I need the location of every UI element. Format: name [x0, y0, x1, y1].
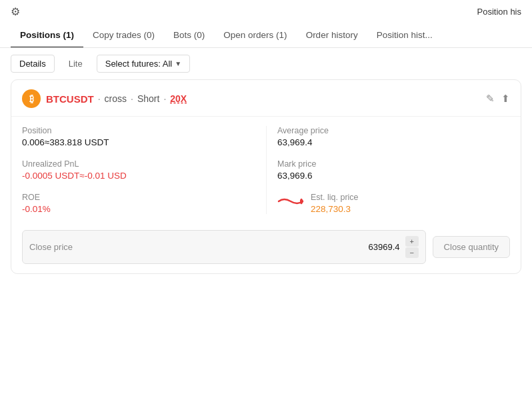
position-field-group: Position 0.006≈383.818 USDT [22, 126, 255, 147]
tabs-row: Positions (1) Copy trades (0) Bots (0) O… [0, 23, 532, 48]
stepper-buttons: + − [405, 236, 419, 258]
card-left: Position 0.006≈383.818 USDT Unrealized P… [22, 126, 266, 214]
tab-copy-trades[interactable]: Copy trades (0) [83, 23, 164, 48]
top-icon-bar: ⚙ Position his [0, 0, 532, 23]
card-body: Position 0.006≈383.818 USDT Unrealized P… [11, 117, 521, 223]
average-price-field-group: Average price 63,969.4 [277, 126, 510, 147]
unrealized-pnl-field-group: Unrealized PnL -0.0005 USDT≈-0.01 USD [22, 159, 255, 181]
leverage-badge: 20X [170, 93, 187, 104]
average-price-value: 63,969.4 [277, 137, 510, 147]
settings-icon: ⚙ [11, 5, 20, 18]
arrow-icon [277, 194, 307, 211]
lite-button[interactable]: Lite [60, 55, 91, 73]
header-icons: ✎ ⬆ [486, 93, 510, 105]
average-price-label: Average price [277, 126, 510, 135]
share-icon[interactable]: ⬆ [501, 93, 510, 105]
right-lower: Est. liq. price 228,730.3 [277, 193, 510, 214]
est-liq-price-label: Est. liq. price [311, 193, 359, 202]
roe-value: -0.01% [22, 204, 255, 214]
close-quantity-button[interactable]: Close quantity [433, 236, 510, 258]
tab-bots[interactable]: Bots (0) [164, 23, 214, 48]
decrement-button[interactable]: − [405, 247, 419, 258]
close-price-input: Close price 63969.4 + − [22, 230, 426, 264]
close-price-label: Close price [29, 242, 369, 252]
mark-price-field-group: Mark price 63,969.6 [277, 159, 510, 181]
details-button[interactable]: Details [11, 55, 55, 73]
est-liq-price-value: 228,730.3 [311, 204, 359, 214]
controls-row: Details Lite Select futures: All ▼ [0, 48, 532, 79]
est-liq-content: Est. liq. price 228,730.3 [311, 193, 359, 214]
position-hist-label: Position his [477, 7, 521, 17]
increment-button[interactable]: + [405, 236, 419, 247]
separator-1: · [98, 93, 101, 104]
select-futures-dropdown[interactable]: Select futures: All ▼ [97, 55, 190, 73]
cross-label: cross [105, 93, 127, 104]
position-label: Position [22, 126, 255, 135]
roe-field-group: ROE -0.01% [22, 193, 255, 214]
close-row: Close price 63969.4 + − Close quantity [11, 223, 521, 273]
tab-open-orders[interactable]: Open orders (1) [214, 23, 296, 48]
short-label: Short [137, 93, 159, 104]
select-futures-label: Select futures: All [105, 59, 172, 69]
btc-icon: ₿ [22, 89, 41, 108]
mark-price-value: 63,969.6 [277, 171, 510, 181]
separator-3: · [163, 93, 166, 104]
unrealized-pnl-value: -0.0005 USDT≈-0.01 USD [22, 171, 255, 181]
card-header: ₿ BTCUSDT · cross · Short · 20X ✎ ⬆ [11, 80, 521, 117]
card-right: Average price 63,969.4 Mark price 63,969… [266, 126, 510, 214]
edit-icon[interactable]: ✎ [486, 93, 495, 105]
pair-name: BTCUSDT [46, 93, 94, 105]
chevron-down-icon: ▼ [175, 60, 181, 67]
est-liq-price-field-group: Est. liq. price 228,730.3 [277, 193, 510, 214]
mark-price-label: Mark price [277, 159, 510, 169]
position-card: ₿ BTCUSDT · cross · Short · 20X ✎ ⬆ Posi… [11, 79, 521, 274]
tab-positions[interactable]: Positions (1) [11, 23, 83, 48]
pair-info: BTCUSDT · cross · Short · 20X [46, 93, 481, 105]
separator-2: · [131, 93, 133, 104]
tab-order-history[interactable]: Order history [297, 23, 367, 48]
roe-label: ROE [22, 193, 255, 202]
position-value: 0.006≈383.818 USDT [22, 137, 255, 147]
close-price-value: 63969.4 [369, 242, 400, 252]
tab-position-hist[interactable]: Position hist... [367, 23, 442, 48]
unrealized-pnl-label: Unrealized PnL [22, 159, 255, 169]
